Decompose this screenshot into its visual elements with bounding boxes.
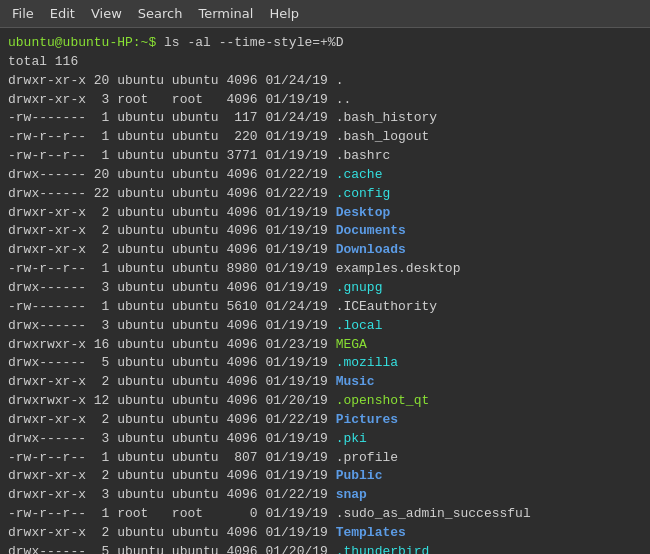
table-row: drwxr-xr-x 20 ubuntu ubuntu 4096 01/24/1…: [8, 72, 642, 91]
table-row: drwxrwxr-x 12 ubuntu ubuntu 4096 01/20/1…: [8, 392, 642, 411]
table-row: drwx------ 5 ubuntu ubuntu 4096 01/20/19…: [8, 543, 642, 554]
table-row: -rw-r--r-- 1 ubuntu ubuntu 220 01/19/19 …: [8, 128, 642, 147]
table-row: drwxr-xr-x 2 ubuntu ubuntu 4096 01/19/19…: [8, 241, 642, 260]
menu-item-terminal[interactable]: Terminal: [190, 2, 261, 25]
table-row: drwx------ 3 ubuntu ubuntu 4096 01/19/19…: [8, 279, 642, 298]
table-row: drwxr-xr-x 2 ubuntu ubuntu 4096 01/19/19…: [8, 204, 642, 223]
table-row: drwxr-xr-x 2 ubuntu ubuntu 4096 01/19/19…: [8, 373, 642, 392]
table-row: drwxr-xr-x 2 ubuntu ubuntu 4096 01/19/19…: [8, 524, 642, 543]
table-row: drwx------ 3 ubuntu ubuntu 4096 01/19/19…: [8, 430, 642, 449]
total-line: total 116: [8, 53, 642, 72]
table-row: drwx------ 3 ubuntu ubuntu 4096 01/19/19…: [8, 317, 642, 336]
table-row: -rw------- 1 ubuntu ubuntu 117 01/24/19 …: [8, 109, 642, 128]
table-row: -rw------- 1 ubuntu ubuntu 5610 01/24/19…: [8, 298, 642, 317]
menu-item-file[interactable]: File: [4, 2, 42, 25]
menu-item-search[interactable]: Search: [130, 2, 191, 25]
table-row: drwx------ 22 ubuntu ubuntu 4096 01/22/1…: [8, 185, 642, 204]
table-row: -rw-r--r-- 1 root root 0 01/19/19 .sudo_…: [8, 505, 642, 524]
menu-item-view[interactable]: View: [83, 2, 130, 25]
table-row: -rw-r--r-- 1 ubuntu ubuntu 8980 01/19/19…: [8, 260, 642, 279]
table-row: drwx------ 5 ubuntu ubuntu 4096 01/19/19…: [8, 354, 642, 373]
table-row: drwx------ 20 ubuntu ubuntu 4096 01/22/1…: [8, 166, 642, 185]
menu-item-help[interactable]: Help: [261, 2, 307, 25]
menu-bar: FileEditViewSearchTerminalHelp: [0, 0, 650, 28]
menu-item-edit[interactable]: Edit: [42, 2, 83, 25]
table-row: -rw-r--r-- 1 ubuntu ubuntu 807 01/19/19 …: [8, 449, 642, 468]
table-row: drwxr-xr-x 2 ubuntu ubuntu 4096 01/19/19…: [8, 467, 642, 486]
table-row: drwxr-xr-x 3 root root 4096 01/19/19 ..: [8, 91, 642, 110]
table-row: drwxr-xr-x 2 ubuntu ubuntu 4096 01/22/19…: [8, 411, 642, 430]
terminal-area[interactable]: ubuntu@ubuntu-HP:~$ ls -al --time-style=…: [0, 28, 650, 554]
table-row: drwxrwxr-x 16 ubuntu ubuntu 4096 01/23/1…: [8, 336, 642, 355]
prompt-line: ubuntu@ubuntu-HP:~$ ls -al --time-style=…: [8, 34, 642, 53]
table-row: drwxr-xr-x 3 ubuntu ubuntu 4096 01/22/19…: [8, 486, 642, 505]
table-row: drwxr-xr-x 2 ubuntu ubuntu 4096 01/19/19…: [8, 222, 642, 241]
table-row: -rw-r--r-- 1 ubuntu ubuntu 3771 01/19/19…: [8, 147, 642, 166]
